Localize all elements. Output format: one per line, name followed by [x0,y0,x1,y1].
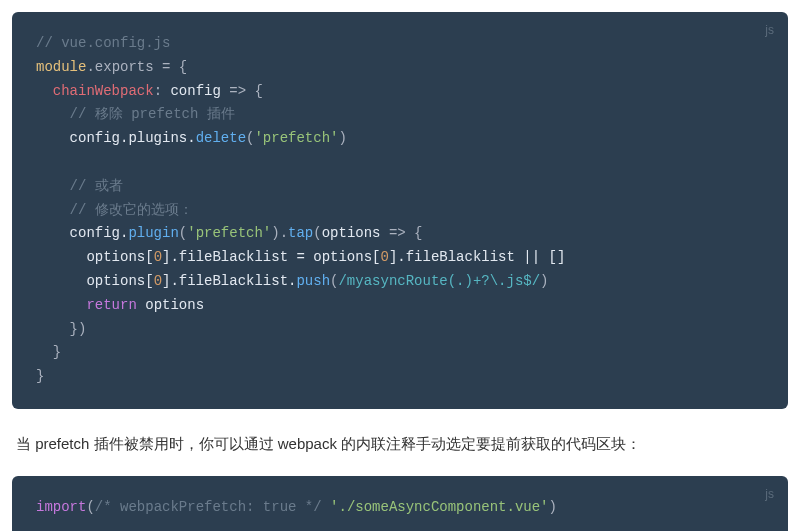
code-line: // vue.config.js [36,32,764,56]
code-line: }) [36,318,764,342]
code-line: // 修改它的选项： [36,199,764,223]
code-block-1: js // vue.config.js module.exports = { c… [12,12,788,409]
prose-paragraph: 当 prefetch 插件被禁用时，你可以通过 webpack 的内联注释手动选… [0,421,800,465]
code-line: } [36,365,764,389]
code-line: config.plugins.delete('prefetch') [36,127,764,151]
language-badge: js [765,484,774,504]
code-block-2: js import(/* webpackPrefetch: true */ '.… [12,476,788,531]
code-line: } [36,341,764,365]
code-line: import(/* webpackPrefetch: true */ './so… [36,496,764,520]
code-line-empty [36,151,764,175]
code-line: chainWebpack: config => { [36,80,764,104]
code-line: options[0].fileBlacklist.push(/myasyncRo… [36,270,764,294]
code-line: return options [36,294,764,318]
code-line: options[0].fileBlacklist = options[0].fi… [36,246,764,270]
code-line: // 或者 [36,175,764,199]
code-line: // 移除 prefetch 插件 [36,103,764,127]
language-badge: js [765,20,774,40]
code-line: module.exports = { [36,56,764,80]
code-line: config.plugin('prefetch').tap(options =>… [36,222,764,246]
